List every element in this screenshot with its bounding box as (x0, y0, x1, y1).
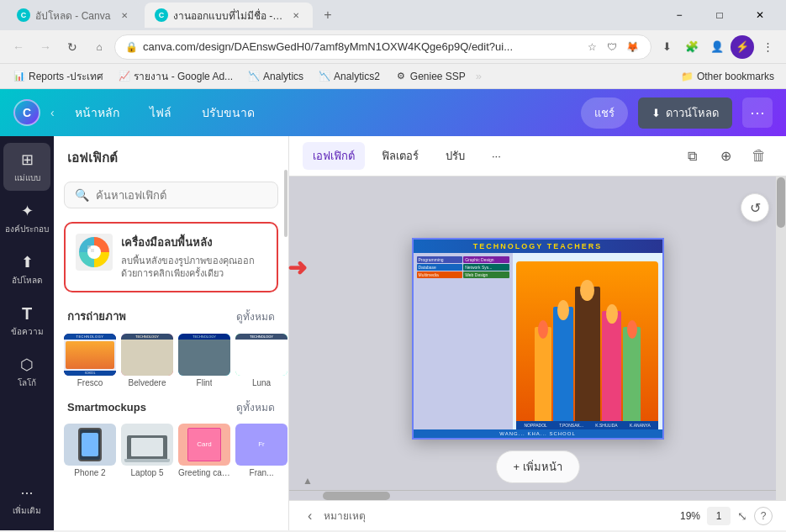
minimize-button[interactable]: − (660, 3, 699, 28)
canvas-horizontal-scrollbar[interactable] (289, 490, 776, 500)
delete-canvas-button[interactable]: 🗑 (746, 143, 773, 170)
bookmark-analytics[interactable]: 📉 Analytics (241, 69, 310, 84)
canvas-workspace[interactable]: ↺ TECHNOLOGY TEACHERS (289, 176, 786, 500)
sidebar-label-more: เพิ่มเติม (13, 504, 41, 517)
browser-toolbar-icons: ⬇ 🧩 👤 ⚡ ⋮ (655, 35, 779, 59)
extensions-button[interactable]: 🧩 (680, 35, 704, 59)
panel-search-input[interactable]: 🔍 (64, 182, 278, 208)
text-icon: T (17, 303, 37, 324)
thumbnail-luna[interactable]: TECHNOLOGY Luna (235, 334, 287, 387)
image-right-column: NOPPADOLT.PONSAK...K.SHULIDAK.ANANYA (513, 253, 662, 429)
sidebar-label-text: ข้อความ (11, 325, 44, 338)
thumbnail-phone2[interactable]: Phone 2 (64, 424, 116, 477)
sidebar-item-template[interactable]: ⊞ แม่แบบ (3, 143, 50, 191)
file-nav-button[interactable]: ไฟล์ (140, 98, 182, 127)
header-more-button[interactable]: ⋯ (742, 97, 773, 128)
share-button[interactable]: แชร์ (581, 97, 628, 129)
add-canvas-button[interactable]: ⊕ (712, 143, 739, 170)
elements-icon: ✦ (17, 201, 37, 221)
thumbnail-fresco[interactable]: TECHNOLOGY SCHOOL Fresco (64, 334, 116, 387)
address-bar[interactable]: 🔒 canva.com/design/DAEnswGedH0/7amf8yMmN… (114, 34, 651, 60)
thumbnail-fran[interactable]: Fr Fran... (235, 424, 287, 477)
bookmark-geniee-label: Geniee SSP (410, 71, 466, 82)
other-bookmarks[interactable]: 📁 Other bookmarks (676, 69, 779, 84)
panel-scrollbar-thumb (284, 170, 287, 237)
more-icon: ··· (17, 482, 37, 503)
forward-button[interactable]: → (34, 35, 57, 59)
analytics-icon: 📉 (248, 71, 260, 82)
canvas-tab-filter[interactable]: ฟิลเตอร์ (372, 142, 429, 170)
teachers-photo: NOPPADOLT.PONSAK...K.SHULIDAK.ANANYA (516, 261, 658, 429)
search-field[interactable] (96, 189, 267, 202)
featured-tool[interactable]: เครื่องมือลบพื้นหลัง ลบพื้นหลังของรูปภาพ… (64, 222, 278, 292)
resize-nav-button[interactable]: ปรับขนาด (192, 98, 265, 127)
bookmark-reports-label: Reports -ประเทศ (29, 68, 103, 84)
reports-icon: 📊 (13, 71, 25, 82)
duplicate-canvas-button[interactable]: ⧉ (678, 143, 705, 170)
tab-title-2: งานออกแบบที่ไม่มีชื่อ - 1920 × 1080... (173, 8, 284, 24)
tab-close-2[interactable]: ✕ (289, 8, 303, 22)
thumbnail-flint[interactable]: TECHNOLOGY Flint (178, 334, 230, 387)
bookmark-google-ads[interactable]: 📈 รายงาน - Google Ad... (112, 66, 240, 86)
sidebar-label-template: แม่แบบ (14, 171, 40, 184)
panel-scrollbar[interactable] (283, 136, 288, 530)
sidebar-item-logo[interactable]: ⬡ โลโก้ (3, 348, 50, 396)
bookmark-analytics-label: Analytics (263, 71, 303, 82)
logo-icon: ⬡ (17, 355, 37, 375)
tab-close-1[interactable]: ✕ (118, 8, 131, 22)
canvas-scrollbar-thumb (777, 177, 785, 228)
smartmockups-see-all[interactable]: ดูทั้งหมด (236, 399, 275, 415)
prev-page-button[interactable]: ‹ (303, 507, 317, 525)
fullscreen-button[interactable]: ⤡ (737, 509, 747, 523)
star-icon[interactable]: ☆ (583, 39, 600, 55)
phone2-label: Phone 2 (74, 468, 105, 477)
thumbnail-greeting[interactable]: Card Greeting car... (178, 424, 230, 477)
browser-tab-1[interactable]: C อัปโหลด - Canva ✕ (7, 3, 141, 28)
svg-rect-2 (87, 245, 91, 249)
home-nav-button[interactable]: หน้าหลัก (65, 98, 129, 127)
canvas-tab-adjust[interactable]: ปรับ (435, 142, 475, 170)
sync-button[interactable]: ⚡ (731, 35, 754, 59)
back-button[interactable]: ← (7, 35, 30, 59)
home-button[interactable]: ⌂ (87, 35, 111, 59)
bookmark-reports[interactable]: 📊 Reports -ประเทศ (7, 66, 110, 86)
downloads-button[interactable]: ⬇ (655, 35, 678, 59)
red-arrow-icon: ➜ (287, 254, 307, 282)
belvedere-label: Belvedere (128, 378, 166, 387)
photography-see-all[interactable]: ดูทั้งหมด (236, 308, 275, 324)
help-button[interactable]: ? (754, 507, 773, 525)
folder-icon: 📁 (681, 71, 694, 82)
header-chevron-icon[interactable]: ‹ (50, 106, 55, 119)
profile-icon[interactable]: 🦊 (624, 39, 641, 55)
reload-button[interactable]: ↻ (61, 35, 84, 59)
sidebar-item-upload[interactable]: ⬆ อัปโหลด (3, 245, 50, 293)
canvas-vertical-scrollbar[interactable] (776, 176, 786, 500)
thumbnail-belvedere[interactable]: TECHNOLOGY Belvedere (121, 334, 173, 387)
tab-title-1: อัปโหลด - Canva (35, 8, 113, 24)
sidebar-item-elements[interactable]: ✦ องค์ประกอบ (3, 194, 50, 242)
new-tab-button[interactable]: + (316, 3, 340, 27)
canvas-rotate-handle[interactable]: ↺ (530, 438, 546, 440)
extension-icon[interactable]: 🛡 (604, 39, 620, 55)
canvas-tab-more[interactable]: ··· (482, 145, 511, 167)
expand-icon[interactable]: ▲ (303, 475, 313, 487)
profile-button[interactable]: 👤 (705, 35, 729, 59)
canva-logo[interactable]: C (13, 99, 40, 126)
close-button[interactable]: ✕ (741, 3, 779, 28)
thumbnail-laptop5[interactable]: Laptop 5 (121, 424, 173, 477)
browser-tab-2[interactable]: C งานออกแบบที่ไม่มีชื่อ - 1920 × 1080...… (145, 3, 313, 28)
canvas-tab-effects[interactable]: เอฟเฟิกต์ (303, 142, 365, 170)
h-scrollbar-thumb (323, 492, 390, 500)
menu-button[interactable]: ⋮ (756, 35, 779, 59)
sidebar-label-logo: โลโก้ (18, 377, 36, 389)
panel-search-area: 🔍 (54, 175, 288, 215)
maximize-button[interactable]: □ (700, 3, 739, 28)
bookmark-analytics2[interactable]: 📉 Analytics2 (312, 69, 387, 84)
upload-icon: ⬆ (17, 252, 37, 272)
bookmark-geniee[interactable]: ⚙ Geniee SSP (388, 69, 472, 84)
rotate-canvas-button[interactable]: ↺ (741, 193, 769, 222)
add-page-button[interactable]: + เพิ่มหน้า (495, 450, 579, 483)
sidebar-item-text[interactable]: T ข้อความ (3, 297, 50, 345)
download-button[interactable]: ⬇ ดาวน์โหลด (638, 97, 732, 129)
sidebar-item-more[interactable]: ··· เพิ่มเติม (3, 476, 50, 524)
